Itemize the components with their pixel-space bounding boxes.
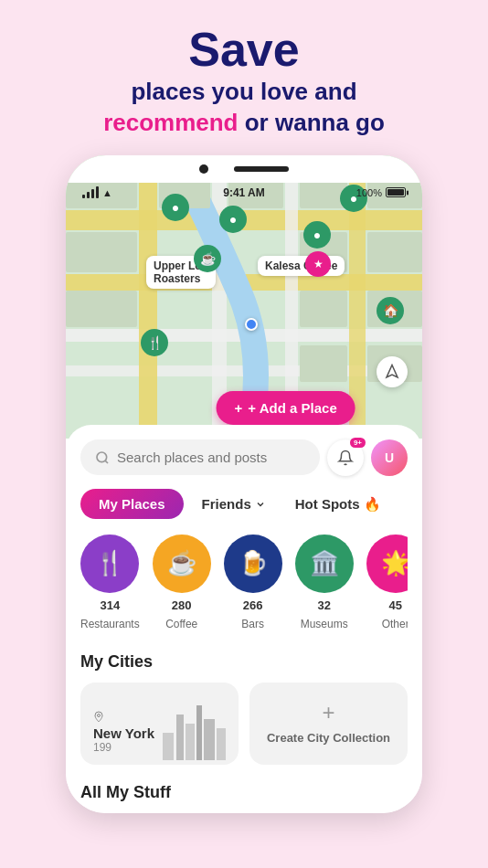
category-circle-museums: 🏛️ xyxy=(295,535,354,593)
city-card-new-york[interactable]: New York 199 xyxy=(80,683,239,765)
category-bars[interactable]: 🍺 266 Bars xyxy=(224,535,282,630)
map-pin-5[interactable]: 🏠 xyxy=(377,297,404,324)
map-pin-restaurant[interactable]: 🍴 xyxy=(141,329,168,356)
museums-count: 32 xyxy=(317,598,330,612)
battery-icon xyxy=(386,187,406,197)
categories-row: 🍴 314 Restaurants ☕ 280 Coffee 🍺 266 Bar… xyxy=(80,535,408,634)
status-bar: ▲ 9:41 AM 100% xyxy=(66,183,422,203)
category-other[interactable]: 🌟 45 Other xyxy=(366,535,408,630)
cities-row: New York 199 + Create City xyxy=(80,683,408,765)
header-highlight: recommend xyxy=(103,109,238,136)
create-city-plus-icon: + xyxy=(322,700,334,725)
svg-point-23 xyxy=(98,714,101,716)
category-circle-other: 🌟 xyxy=(366,535,408,593)
city-name-new-york: New York xyxy=(93,725,154,741)
add-icon: + xyxy=(235,400,243,416)
city-illustration xyxy=(152,683,239,765)
wifi-icon: ▲ xyxy=(102,187,112,198)
phone-speaker xyxy=(234,166,289,172)
status-time: 9:41 AM xyxy=(223,186,265,199)
phone-camera xyxy=(199,164,208,174)
bottom-sheet: 9+ U My Places Friends Hot Spots 🔥 🍴 314… xyxy=(66,425,422,813)
signal-bars xyxy=(82,186,99,198)
header-subtitle: places you love and recommend or wanna g… xyxy=(103,77,385,139)
search-input[interactable] xyxy=(117,450,305,465)
svg-rect-27 xyxy=(196,705,202,760)
search-row: 9+ U xyxy=(80,439,408,476)
cities-section-title: My Cities xyxy=(80,652,408,672)
category-coffee[interactable]: ☕ 280 Coffee xyxy=(153,535,211,630)
svg-rect-28 xyxy=(204,719,215,760)
category-circle-bars: 🍺 xyxy=(224,535,282,593)
add-place-button[interactable]: + + Add a Place xyxy=(217,391,355,425)
map-pin-2[interactable]: ● xyxy=(219,206,247,233)
other-label: Other xyxy=(382,618,408,630)
create-city-label: Create City Collection xyxy=(267,731,390,746)
battery-text: 100% xyxy=(356,187,382,198)
tabs: My Places Friends Hot Spots 🔥 xyxy=(80,489,408,520)
user-location-dot xyxy=(245,318,258,331)
category-museums[interactable]: 🏛️ 32 Museums xyxy=(295,535,354,630)
notification-badge: 9+ xyxy=(350,438,366,448)
signal-bar-2 xyxy=(87,192,90,198)
phone-top xyxy=(66,155,422,183)
signal-bar-1 xyxy=(82,195,85,198)
map-label-kalesa: Kalesa Coffee xyxy=(258,256,345,276)
tab-friends[interactable]: Friends xyxy=(191,489,277,519)
category-circle-restaurants: 🍴 xyxy=(80,535,139,593)
header-sub-text: places you love and xyxy=(131,78,356,105)
bars-label: Bars xyxy=(241,618,264,630)
notification-button[interactable]: 9+ xyxy=(327,439,364,476)
category-circle-coffee: ☕ xyxy=(153,535,211,593)
all-stuff-title: All My Stuff xyxy=(80,783,408,802)
add-place-label: + Add a Place xyxy=(248,400,336,416)
bell-icon xyxy=(337,450,354,466)
map-pin-1[interactable]: ☕ xyxy=(194,245,221,272)
svg-rect-18 xyxy=(300,291,347,327)
tab-hotspots[interactable]: Hot Spots 🔥 xyxy=(284,489,392,520)
location-button[interactable] xyxy=(377,356,408,387)
map-pin-3[interactable]: ● xyxy=(303,221,331,249)
status-left: ▲ xyxy=(82,186,112,198)
status-right: 100% xyxy=(356,187,406,198)
chevron-down-icon xyxy=(255,499,266,510)
svg-rect-25 xyxy=(176,715,184,760)
create-city-card[interactable]: + Create City Collection xyxy=(249,683,408,765)
other-count: 45 xyxy=(388,598,401,612)
category-restaurants[interactable]: 🍴 314 Restaurants xyxy=(80,535,140,630)
svg-rect-26 xyxy=(186,724,195,760)
svg-rect-17 xyxy=(367,232,422,272)
location-icon xyxy=(93,711,104,722)
search-bar[interactable] xyxy=(80,439,320,475)
svg-rect-24 xyxy=(163,733,174,760)
header-rest: or wanna go xyxy=(239,109,385,136)
search-icon xyxy=(95,450,110,465)
svg-rect-10 xyxy=(66,232,137,272)
svg-rect-11 xyxy=(66,291,137,327)
svg-rect-20 xyxy=(300,345,347,382)
signal-bar-4 xyxy=(96,186,99,198)
restaurants-count: 314 xyxy=(101,598,121,612)
coffee-label: Coffee xyxy=(165,618,197,630)
svg-point-22 xyxy=(97,452,107,462)
signal-bar-3 xyxy=(91,189,94,198)
coffee-count: 280 xyxy=(172,598,192,612)
user-avatar[interactable]: U xyxy=(371,439,408,476)
museums-label: Museums xyxy=(301,618,348,630)
city-count-new-york: 199 xyxy=(93,741,154,754)
map-pin-pink[interactable]: ★ xyxy=(305,251,331,277)
header-section: Save places you love and recommend or wa… xyxy=(76,0,412,155)
phone-frame: ▲ 9:41 AM 100% xyxy=(66,155,422,813)
battery-fill xyxy=(387,189,404,196)
restaurants-label: Restaurants xyxy=(80,618,140,630)
header-save-text: Save xyxy=(103,26,385,73)
city-skyline-svg xyxy=(158,687,231,760)
tab-my-places[interactable]: My Places xyxy=(80,489,184,519)
bars-count: 266 xyxy=(243,598,263,612)
svg-rect-29 xyxy=(217,728,226,760)
